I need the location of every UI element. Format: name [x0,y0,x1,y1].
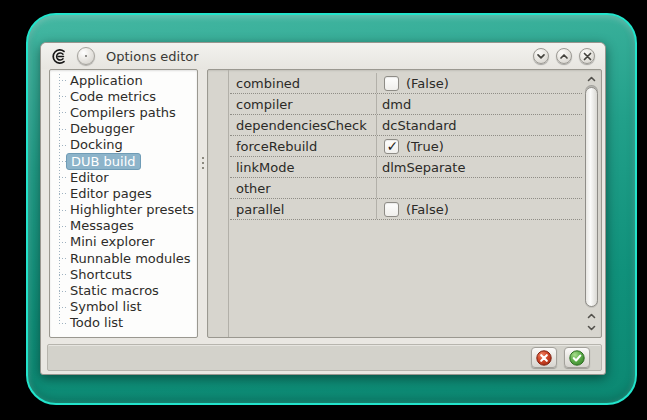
scrollbar-track[interactable] [585,85,598,308]
property-row-other: other [230,178,582,199]
property-grid: combined(False)compilerdmddependenciesCh… [207,69,602,338]
titlebar[interactable]: Options editor [41,43,605,69]
property-value[interactable]: dmd [377,97,582,112]
window-menu-button[interactable] [77,47,95,65]
sidebar-item-messages[interactable]: Messages [50,218,197,234]
property-name[interactable]: combined [230,73,377,93]
sidebar-item-label: Runnable modules [70,251,191,266]
property-value[interactable]: dcStandard [377,118,582,133]
sidebar-item-label: Debugger [70,121,134,136]
cancel-button[interactable] [531,347,557,368]
sidebar-item-label: Todo list [70,315,123,330]
options-editor-window: Options editor [40,42,606,375]
scroll-down-button[interactable] [585,322,598,333]
sidebar-item-editor-pages[interactable]: Editor pages [50,185,197,201]
sidebar-item-label: DUB build [66,153,141,170]
sidebar-item-code-metrics[interactable]: Code metrics [50,88,197,104]
sidebar-item-label: Docking [70,137,123,152]
bool-value-label: (True) [406,139,444,154]
sidebar-item-label: Static macros [70,283,159,298]
titlebar-controls [533,48,595,64]
chevron-up-icon [587,76,596,82]
property-name[interactable]: forceRebuild [230,136,377,156]
property-row-combined: combined(False) [230,73,582,94]
screen: Options editor [0,0,647,420]
categories-list: ApplicationCode metricsCompilers pathsDe… [49,69,198,338]
property-name[interactable]: linkMode [230,157,377,177]
bool-value-label: (False) [406,76,449,91]
bool-value-label: (False) [406,202,449,217]
property-value[interactable]: (True) [377,139,582,154]
sidebar-item-label: Application [70,73,143,88]
sidebar-item-label: Mini explorer [70,234,155,249]
property-name[interactable]: dependenciesCheck [230,115,377,135]
rolldown-button[interactable] [533,48,549,64]
chevron-down-icon [536,53,546,60]
sidebar-item-label: Compilers paths [70,105,176,120]
chevron-down-icon [587,325,596,331]
sidebar-item-label: Messages [70,218,134,233]
vertical-scrollbar[interactable] [584,72,599,335]
scroll-up-button-2[interactable] [585,310,598,321]
property-name[interactable]: compiler [230,94,377,114]
sidebar-item-label: Editor [70,170,108,185]
sidebar-item-highlighter-presets[interactable]: Highlighter presets [50,202,197,218]
scroll-up-button[interactable] [585,73,598,84]
sidebar-item-static-macros[interactable]: Static macros [50,282,197,298]
close-button[interactable] [579,48,595,64]
sidebar-item-shortcuts[interactable]: Shortcuts [50,266,197,282]
rollup-button[interactable] [556,48,572,64]
property-value[interactable]: dlmSeparate [377,160,582,175]
sidebar-item-label: Symbol list [70,299,142,314]
checkbox-unchecked-icon[interactable] [384,76,399,91]
panel-splitter[interactable] [199,69,207,338]
scrollbar-thumb[interactable] [585,87,598,307]
property-row-parallel: parallel(False) [230,199,582,220]
green-check-icon [569,350,585,366]
button-bar [47,344,602,371]
sidebar-item-docking[interactable]: Docking [50,137,197,153]
sidebar-item-application[interactable]: Application [50,72,197,88]
property-row-compiler: compilerdmd [230,94,582,115]
close-icon [583,52,592,61]
coedit-logo-icon [50,48,67,65]
property-grid-gutter [208,70,229,337]
property-row-dependenciesCheck: dependenciesCheckdcStandard [230,115,582,136]
property-value[interactable]: (False) [377,202,582,217]
sidebar-item-mini-explorer[interactable]: Mini explorer [50,234,197,250]
window-title: Options editor [106,49,533,64]
property-name[interactable]: other [230,178,377,198]
chevron-up-icon [559,53,569,60]
checkbox-checked-icon[interactable] [384,139,399,154]
sidebar-item-label: Editor pages [70,186,152,201]
chevron-up-icon [587,313,596,319]
sidebar-item-todo-list[interactable]: Todo list [50,315,197,331]
property-row-linkMode: linkModedlmSeparate [230,157,582,178]
sidebar-item-symbol-list[interactable]: Symbol list [50,299,197,315]
property-value[interactable]: (False) [377,76,582,91]
sidebar-item-compilers-paths[interactable]: Compilers paths [50,104,197,120]
sidebar-item-editor[interactable]: Editor [50,169,197,185]
accept-button[interactable] [564,347,590,368]
sidebar-item-label: Shortcuts [70,267,132,282]
sidebar-item-label: Highlighter presets [70,202,194,217]
splitter-grip-icon [202,157,204,171]
property-name[interactable]: parallel [230,199,377,219]
property-row-forceRebuild: forceRebuild(True) [230,136,582,157]
sidebar-item-debugger[interactable]: Debugger [50,121,197,137]
red-cross-icon [536,350,552,366]
sidebar-item-label: Code metrics [70,89,156,104]
checkbox-unchecked-icon[interactable] [384,202,399,217]
sidebar-item-dub-build[interactable]: DUB build [50,153,197,169]
sidebar-item-runnable-modules[interactable]: Runnable modules [50,250,197,266]
